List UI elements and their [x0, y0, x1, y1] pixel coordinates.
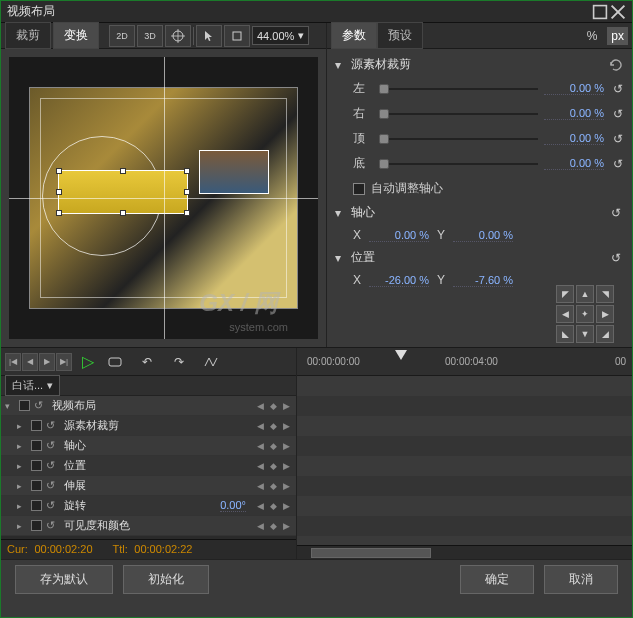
nav-nw[interactable]: ◤ — [556, 285, 574, 303]
nav-e[interactable]: ▶ — [596, 305, 614, 323]
nav-sw[interactable]: ◣ — [556, 325, 574, 343]
prev-kf-icon[interactable]: ◀ — [254, 500, 266, 512]
track-enable-checkbox[interactable] — [31, 440, 42, 451]
revert-icon[interactable]: ↺ — [608, 251, 624, 265]
go-end-button[interactable]: ▶| — [56, 353, 72, 371]
crop-handle-sw[interactable] — [56, 210, 62, 216]
window-maximize-icon[interactable] — [592, 5, 608, 19]
zoom-level[interactable]: 44.00% ▾ — [252, 26, 309, 45]
pivot-y-value[interactable]: 0.00 % — [453, 229, 513, 242]
redo-button[interactable]: ↷ — [168, 352, 190, 372]
track-enable-checkbox[interactable] — [31, 520, 42, 531]
undo-button[interactable]: ↶ — [136, 352, 158, 372]
slider-left[interactable] — [379, 84, 538, 94]
next-kf-icon[interactable]: ▶ — [280, 420, 292, 432]
cancel-button[interactable]: 取消 — [544, 565, 618, 594]
track-root[interactable]: ▾ ↺ 视频布局 ◀◆▶ — [1, 396, 296, 416]
crop-selection[interactable] — [58, 170, 188, 214]
track-pivot[interactable]: ▸ ↺ 轴心 ◀◆▶ — [1, 436, 296, 456]
reset-button[interactable]: 初始化 — [123, 565, 209, 594]
param-value[interactable]: 0.00 % — [544, 107, 604, 120]
revert-icon[interactable] — [608, 58, 624, 72]
disclosure-triangle-icon[interactable]: ▸ — [17, 501, 27, 511]
scrollbar-thumb[interactable] — [311, 548, 431, 558]
slider-bottom[interactable] — [379, 159, 538, 169]
revert-icon[interactable]: ↺ — [46, 519, 60, 532]
revert-icon[interactable]: ↺ — [610, 132, 626, 146]
track-rotate[interactable]: ▸ ↺ 旋转 0.00° ◀◆▶ — [1, 496, 296, 516]
revert-icon[interactable]: ↺ — [46, 499, 60, 512]
revert-icon[interactable]: ↺ — [610, 157, 626, 171]
next-kf-icon[interactable]: ▶ — [280, 400, 292, 412]
add-kf-icon[interactable]: ◆ — [267, 400, 279, 412]
auto-pivot-checkbox[interactable] — [353, 183, 365, 195]
nav-center[interactable]: ✦ — [576, 305, 594, 323]
revert-icon[interactable]: ↺ — [610, 107, 626, 121]
pointer-tool-button[interactable] — [196, 25, 222, 47]
group-position[interactable]: ▾ 位置 ↺ — [333, 246, 626, 269]
disclosure-triangle-icon[interactable]: ▾ — [5, 401, 15, 411]
disclosure-triangle-icon[interactable]: ▸ — [17, 461, 27, 471]
timeline-scrollbar[interactable] — [297, 545, 632, 559]
add-kf-icon[interactable]: ◆ — [267, 480, 279, 492]
step-fwd-button[interactable]: ▶ — [39, 353, 55, 371]
crop-tool-button[interactable] — [224, 25, 250, 47]
preset-dropdown[interactable]: 白话... ▾ — [5, 375, 60, 396]
add-kf-icon[interactable]: ◆ — [267, 460, 279, 472]
group-pivot[interactable]: ▾ 轴心 ↺ — [333, 201, 626, 224]
disclosure-triangle-icon[interactable]: ▸ — [17, 441, 27, 451]
track-enable-checkbox[interactable] — [31, 500, 42, 511]
track-enable-checkbox[interactable] — [31, 420, 42, 431]
nav-s[interactable]: ▼ — [576, 325, 594, 343]
step-back-button[interactable]: ◀ — [22, 353, 38, 371]
revert-icon[interactable]: ↺ — [46, 479, 60, 492]
mode-3d-button[interactable]: 3D — [137, 25, 163, 47]
slider-right[interactable] — [379, 109, 538, 119]
track-rotate-value[interactable]: 0.00° — [220, 499, 246, 512]
crop-handle-nw[interactable] — [56, 168, 62, 174]
prev-kf-icon[interactable]: ◀ — [254, 520, 266, 532]
preview-canvas[interactable]: GX / 网 system.com — [9, 57, 318, 339]
group-source-crop[interactable]: ▾ 源素材裁剪 — [333, 53, 626, 76]
crop-handle-e[interactable] — [184, 189, 190, 195]
playhead-icon[interactable] — [395, 350, 407, 362]
tab-transform[interactable]: 变换 — [53, 22, 99, 49]
crop-handle-se[interactable] — [184, 210, 190, 216]
pivot-x-value[interactable]: 0.00 % — [369, 229, 429, 242]
revert-icon[interactable]: ↺ — [34, 399, 48, 412]
nav-w[interactable]: ◀ — [556, 305, 574, 323]
mode-2d-button[interactable]: 2D — [109, 25, 135, 47]
crop-handle-ne[interactable] — [184, 168, 190, 174]
disclosure-triangle-icon[interactable]: ▸ — [17, 421, 27, 431]
loop-button[interactable] — [104, 352, 126, 372]
next-kf-icon[interactable]: ▶ — [280, 440, 292, 452]
save-default-button[interactable]: 存为默认 — [15, 565, 113, 594]
nav-n[interactable]: ▲ — [576, 285, 594, 303]
track-position[interactable]: ▸ ↺ 位置 ◀◆▶ — [1, 456, 296, 476]
revert-icon[interactable]: ↺ — [46, 459, 60, 472]
prev-kf-icon[interactable]: ◀ — [254, 420, 266, 432]
tab-presets[interactable]: 预设 — [377, 22, 423, 49]
prev-kf-icon[interactable]: ◀ — [254, 440, 266, 452]
revert-icon[interactable]: ↺ — [46, 439, 60, 452]
play-button[interactable]: ▷ — [82, 352, 94, 371]
position-x-value[interactable]: -26.00 % — [369, 274, 429, 287]
track-scale[interactable]: ▸ ↺ 伸展 ◀◆▶ — [1, 476, 296, 496]
timeline-ruler[interactable]: 00:00:00:00 00:00:04:00 00 — [297, 348, 632, 376]
slider-top[interactable] — [379, 134, 538, 144]
crop-handle-w[interactable] — [56, 189, 62, 195]
revert-icon[interactable]: ↺ — [610, 82, 626, 96]
revert-icon[interactable]: ↺ — [608, 206, 624, 220]
prev-kf-icon[interactable]: ◀ — [254, 460, 266, 472]
disclosure-triangle-icon[interactable]: ▸ — [17, 481, 27, 491]
track-visibility[interactable]: ▸ ↺ 可见度和颜色 ◀◆▶ — [1, 516, 296, 536]
next-kf-icon[interactable]: ▶ — [280, 520, 292, 532]
curve-editor-button[interactable] — [200, 352, 222, 372]
next-kf-icon[interactable]: ▶ — [280, 500, 292, 512]
position-y-value[interactable]: -7.60 % — [453, 274, 513, 287]
crop-handle-n[interactable] — [120, 168, 126, 174]
add-kf-icon[interactable]: ◆ — [267, 520, 279, 532]
track-enable-checkbox[interactable] — [31, 460, 42, 471]
param-value[interactable]: 0.00 % — [544, 82, 604, 95]
param-value[interactable]: 0.00 % — [544, 157, 604, 170]
